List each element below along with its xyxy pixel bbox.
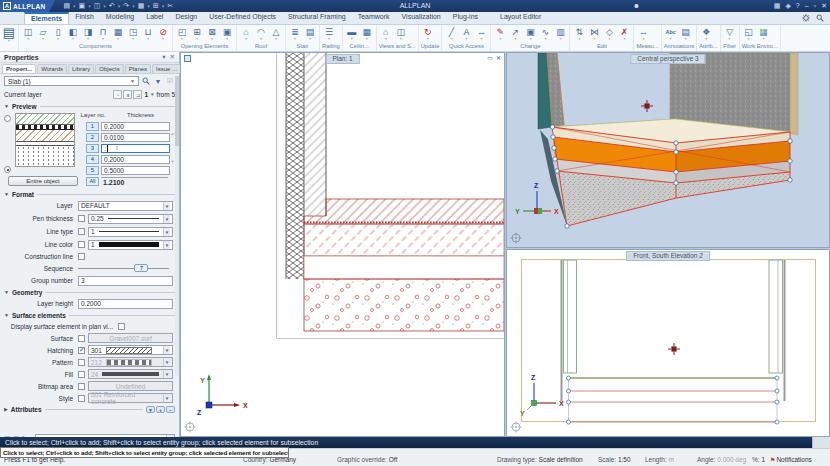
pen-thickness-checkbox[interactable]	[78, 215, 85, 222]
wall-icon[interactable]: ◫▾	[21, 27, 35, 41]
paste-icon[interactable]: ⊞	[151, 0, 161, 12]
override-value[interactable]: Off	[389, 456, 398, 463]
group-number-input[interactable]: 3	[78, 276, 173, 286]
line-icon[interactable]: ╱▾	[444, 27, 458, 41]
attributes-icon[interactable]: ❖▾	[699, 27, 713, 41]
thickness-input[interactable]: 0.2000	[101, 155, 170, 164]
surface-checkbox[interactable]	[78, 335, 85, 342]
elevation-canvas[interactable]: Z X Y	[507, 250, 829, 436]
text-abc-icon[interactable]: Abc▾	[664, 27, 678, 41]
filter-icon[interactable]: ▼	[153, 76, 163, 86]
panel-tab-issue[interactable]: Issue ...	[152, 64, 181, 73]
section-format[interactable]: ▼Format	[0, 189, 179, 199]
style-checkbox[interactable]	[78, 395, 85, 402]
construction-line-checkbox[interactable]	[78, 253, 85, 260]
viewport-plan[interactable]: Plan: 1 ▭ ✕	[180, 52, 505, 437]
search-icon[interactable]	[816, 14, 824, 22]
viewport-perspective[interactable]: Central perspective 3	[506, 52, 830, 248]
sequence-slider-handle[interactable]: 7	[134, 264, 148, 272]
railing-icon[interactable]: ☰▾	[322, 27, 336, 41]
display-surface-checkbox[interactable]	[118, 323, 125, 330]
delete-icon[interactable]: ✗▾	[617, 27, 631, 41]
bitmap-area-button[interactable]: Undefined	[88, 381, 173, 391]
copy-icon[interactable]: ▦	[136, 0, 147, 12]
window-opening-icon[interactable]: ⊞▾	[190, 27, 204, 41]
stair-icon[interactable]: ≣▾	[288, 27, 302, 41]
layer-height-input[interactable]: 0.2000	[78, 299, 173, 309]
element-selector[interactable]: Slab (1) ▼	[4, 76, 139, 86]
layer-number-chip[interactable]: 5	[86, 166, 99, 175]
attributes-remove-icon[interactable]: −	[166, 406, 175, 413]
open-icon[interactable]: ▤	[61, 0, 72, 12]
recess-icon[interactable]: ⊠▾	[205, 27, 219, 41]
task-board-icon[interactable]: ▤▾	[2, 26, 16, 43]
update-3d-icon[interactable]: ↻▾	[421, 27, 435, 41]
partition-wall-icon[interactable]: ◨▾	[81, 27, 95, 41]
edit-pencil-icon[interactable]: ✎▾	[493, 27, 507, 41]
pin-icon[interactable]: ▾	[162, 53, 165, 61]
mirror-icon[interactable]: ⋈▾	[587, 27, 601, 41]
menu-tab-plug-ins[interactable]: Plug-ins	[447, 12, 484, 24]
radio-entire-object[interactable]	[4, 166, 11, 173]
apply-checkbox-icon[interactable]: ☑	[165, 76, 175, 86]
surface-file-button[interactable]: Gravel007.surf	[88, 333, 173, 343]
panel-tab-planes[interactable]: Planes	[125, 64, 151, 73]
menu-tab-user-defined-objects[interactable]: User-Defined Objects	[203, 12, 282, 24]
viewport-plan-title[interactable]: Plan: 1	[325, 54, 359, 64]
foundation-icon[interactable]: ⊔▾	[141, 27, 155, 41]
cut-icon[interactable]: ✂	[165, 0, 175, 12]
section-attributes[interactable]: ▶Attributes ▼ + −	[0, 404, 179, 414]
radio-layer[interactable]	[4, 115, 11, 122]
minimize-button[interactable]: –	[805, 0, 809, 12]
menu-tab-modeling[interactable]: Modeling	[100, 12, 140, 24]
chimney-icon[interactable]: ◧▾	[66, 27, 80, 41]
panel-tab-wizards[interactable]: Wizards	[37, 64, 67, 73]
sequence-slider[interactable]: 7	[78, 264, 169, 272]
attributes-add-icon[interactable]: +	[156, 406, 165, 413]
ceiling-icon[interactable]: ▬▾	[345, 27, 359, 41]
viewport-close-icon[interactable]: ✕	[496, 54, 501, 61]
slab-layer-preview[interactable]	[15, 113, 75, 167]
delete-component-icon[interactable]: ⊘▾	[156, 27, 170, 41]
menu-tab-design[interactable]: Design	[169, 12, 203, 24]
menu-tab-layout-editor[interactable]: Layout Editor	[494, 12, 547, 24]
window-arrangement-icon[interactable]: ▦▾	[757, 27, 771, 41]
dimension-line-icon[interactable]: ↔▾	[474, 27, 488, 41]
close-button[interactable]: ✕	[821, 0, 827, 12]
viewport-icon[interactable]	[184, 55, 191, 62]
menu-tab-visualization[interactable]: Visualization	[396, 12, 447, 24]
ceiling-grid-icon[interactable]: ▦▾	[360, 27, 374, 41]
close-panel-icon[interactable]: ✕	[170, 53, 175, 61]
menu-tab-finish[interactable]: Finish	[69, 12, 100, 24]
layer-option-icon-3[interactable]: ⊐	[133, 90, 142, 99]
viewport-restore-icon[interactable]: ▭	[487, 54, 493, 61]
layer-number-chip[interactable]: 4	[86, 155, 99, 164]
slab-icon[interactable]: ▦▾	[111, 27, 125, 41]
viewport-perspective-title[interactable]: Central perspective 3	[630, 54, 705, 64]
layer-number-chip[interactable]: 3	[86, 144, 99, 153]
layer-select[interactable]: DEFAULT▼	[78, 201, 173, 211]
label-sheet-icon[interactable]: ▤▾	[679, 27, 693, 41]
roof-covering-icon[interactable]: ◠▾	[254, 27, 268, 41]
bitmap-area-checkbox[interactable]	[78, 383, 85, 390]
niche-icon[interactable]: ▣▾	[220, 27, 234, 41]
pattern-checkbox[interactable]	[78, 359, 85, 366]
style-select[interactable]: 301 Reinforced concrete▼	[88, 393, 173, 403]
panel-scrollbar[interactable]	[175, 76, 179, 376]
section-preview[interactable]: ▼Preview	[0, 101, 179, 111]
undo-icon[interactable]: ↶	[107, 0, 117, 12]
current-layer-value[interactable]: 1	[144, 91, 148, 98]
thickness-input[interactable]: 0.0100	[101, 133, 170, 142]
menu-tab-label[interactable]: Label	[140, 12, 169, 24]
plan-canvas[interactable]: Y X Z	[181, 53, 504, 436]
attributes-dropdown-icon[interactable]: ▼	[146, 406, 155, 413]
thickness-input[interactable]: 0.5000	[101, 166, 170, 175]
text-icon[interactable]: A▾	[459, 27, 473, 41]
help-icon[interactable]: ?	[796, 0, 800, 12]
section-geometry[interactable]: ▼Geometry	[0, 287, 179, 297]
drawing-type-value[interactable]: Scale definition	[539, 456, 583, 463]
scale-value[interactable]: 1:50	[618, 456, 631, 463]
view-icon[interactable]: ⌂▾	[379, 27, 393, 41]
downstand-beam-icon[interactable]: ⊓▾	[96, 27, 110, 41]
panel-tab-objects[interactable]: Objects	[95, 64, 123, 73]
